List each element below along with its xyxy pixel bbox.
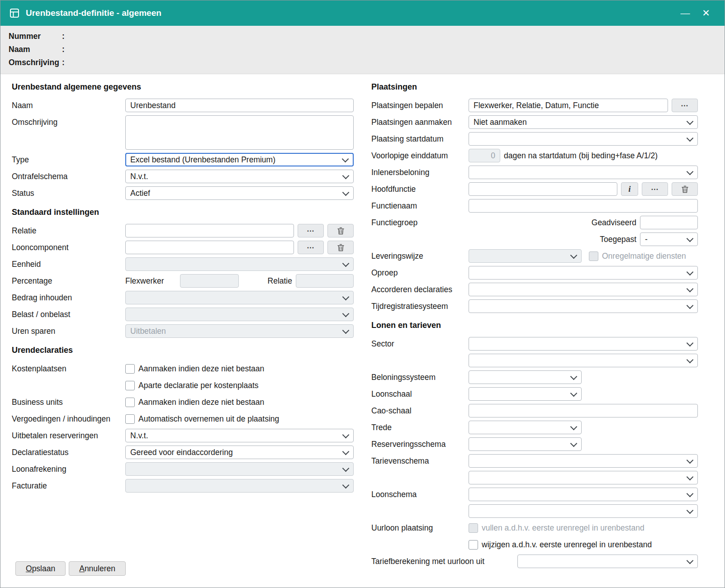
aparte-declaratie-checkbox[interactable]: [125, 381, 135, 390]
eenheid-field-label: Eenheid: [12, 260, 125, 269]
field-loonschaal: Loonschaal: [371, 387, 698, 401]
chevron-down-icon: [570, 251, 578, 259]
bedrag-inhouden-select[interactable]: [125, 291, 354, 304]
opslaan-button[interactable]: Opslaan: [15, 561, 66, 576]
uitbetalen-reserveringen-select[interactable]: N.v.t.: [125, 429, 354, 442]
header-row-omschrijving: Omschrijving :: [9, 56, 725, 69]
voorlopige-einddatum-suffix: dagen na startdatum (bij beding+fase A/1…: [504, 151, 658, 161]
toegepast-label: Toegepast: [600, 235, 636, 244]
toegepast-select[interactable]: -: [640, 232, 698, 246]
loonschaal-select[interactable]: [469, 387, 582, 401]
separator: :: [62, 45, 68, 54]
uren-sparen-select[interactable]: Uitbetalen: [125, 324, 354, 338]
tarievenschema-select-2[interactable]: [469, 471, 698, 484]
field-oproep: Oproep: [371, 266, 698, 280]
field-naam: Naam: [12, 99, 354, 112]
aanmaken-business-units-checkbox[interactable]: [125, 398, 135, 407]
plaatsingen-aanmaken-select[interactable]: Niet aanmaken: [469, 115, 698, 129]
loonafrekening-field-label: Loonafrekening: [12, 465, 125, 474]
field-bedrag-inhouden: Bedrag inhouden: [12, 291, 354, 304]
cao-schaal-field-label: Cao-schaal: [371, 406, 469, 416]
wijzigen-uurloon-checkbox[interactable]: [469, 540, 478, 550]
loonschema-field-label: Loonschema: [371, 490, 469, 499]
type-select-value: Excel bestand (Urenbestanden Premium): [130, 155, 275, 165]
relatie-browse-button[interactable]: ...: [298, 224, 324, 237]
field-loonschema: Loonschema: [371, 488, 698, 501]
geadviseerd-input[interactable]: [640, 216, 698, 229]
aanmaken-kostenplaatsen-checkbox[interactable]: [125, 364, 135, 374]
chevron-down-icon: [342, 260, 350, 267]
section-lonen-en-tarieven: Lonen en tarieven: [371, 321, 698, 330]
field-plaatsing-startdatum: Plaatsing startdatum: [371, 132, 698, 146]
inlenersbeloning-select[interactable]: [469, 166, 698, 179]
tijdregistratiesysteem-select[interactable]: [469, 299, 698, 313]
declaratiestatus-select[interactable]: Gereed voor eindaccordering: [125, 446, 354, 459]
loonschema-select-2[interactable]: [469, 504, 698, 518]
eenheid-select[interactable]: [125, 257, 354, 271]
voorlopige-einddatum-input[interactable]: [469, 149, 500, 162]
loonschaal-field-label: Loonschaal: [371, 389, 469, 399]
status-select[interactable]: Actief: [125, 186, 354, 200]
onregelmatige-diensten-checkbox[interactable]: [589, 251, 598, 261]
relatie-delete-button[interactable]: [327, 224, 354, 237]
looncomponent-input[interactable]: [125, 241, 294, 254]
loonschema-select[interactable]: [469, 488, 698, 501]
cao-schaal-input[interactable]: [469, 404, 698, 417]
percentage-flexwerker-input[interactable]: [180, 274, 239, 288]
window-title: Urenbestand-definitie - algemeen: [26, 8, 675, 18]
tariefberekening-select[interactable]: [517, 555, 698, 568]
hoofdfunctie-delete-button[interactable]: [672, 182, 698, 196]
functienaam-input[interactable]: [469, 199, 698, 213]
field-trede: Trede: [371, 421, 698, 434]
loonafrekening-select[interactable]: [125, 462, 354, 476]
geadviseerd-label: Geadviseerd: [592, 218, 636, 228]
automatisch-overnemen-checkbox[interactable]: [125, 414, 135, 424]
sector-select[interactable]: [469, 337, 698, 351]
plaatsing-startdatum-select[interactable]: [469, 132, 698, 146]
oproep-select[interactable]: [469, 266, 698, 280]
field-uren-sparen: Uren sparen Uitbetalen: [12, 324, 354, 338]
vullen-uurloon-checkbox[interactable]: [469, 523, 478, 533]
leveringswijze-select[interactable]: [469, 249, 582, 263]
hoofdfunctie-browse-button[interactable]: ...: [642, 182, 668, 196]
chevron-down-icon: [342, 293, 350, 300]
accorderen-declaraties-select[interactable]: [469, 283, 698, 296]
field-relatie: Relatie ...: [12, 224, 354, 237]
status-select-value: Actief: [130, 189, 150, 198]
looncomponent-delete-button[interactable]: [327, 241, 354, 254]
minimize-button[interactable]: —: [675, 5, 696, 21]
field-functiegroep-geadviseerd: Functiegroep Geadviseerd: [371, 216, 698, 229]
field-sector: Sector: [371, 337, 698, 351]
plaatsingen-bepalen-browse-button[interactable]: ...: [672, 99, 698, 112]
field-voorlopige-einddatum: Voorlopige einddatum dagen na startdatum…: [371, 149, 698, 162]
plaatsingen-aanmaken-select-value: Niet aanmaken: [474, 118, 527, 127]
naam-input[interactable]: [125, 99, 354, 112]
app-form-icon: [9, 7, 20, 19]
accorderen-declaraties-field-label: Accorderen declaraties: [371, 285, 469, 294]
close-button[interactable]: ✕: [696, 5, 716, 21]
beloningssysteem-field-label: Beloningssysteem: [371, 373, 469, 382]
looncomponent-browse-button[interactable]: ...: [298, 241, 324, 254]
hoofdfunctie-info-button[interactable]: i: [621, 182, 638, 196]
type-select[interactable]: Excel bestand (Urenbestanden Premium): [125, 153, 354, 166]
relatie-input[interactable]: [125, 224, 294, 237]
annuleren-button[interactable]: Annuleren: [69, 561, 126, 576]
facturatie-select[interactable]: [125, 479, 354, 493]
hoofdfunctie-input[interactable]: [469, 182, 617, 196]
ontrafelschema-select[interactable]: N.v.t.: [125, 170, 354, 183]
reserveringsschema-select[interactable]: [469, 437, 582, 451]
tarievenschema-select[interactable]: [469, 454, 698, 468]
omschrijving-textarea[interactable]: [125, 115, 354, 150]
beloningssysteem-select[interactable]: [469, 370, 582, 384]
plaatsingen-bepalen-input[interactable]: [469, 99, 668, 112]
percentage-relatie-input[interactable]: [296, 274, 354, 288]
naam-label: Naam: [9, 45, 62, 54]
sector-select-2[interactable]: [469, 354, 698, 367]
percentage-field-label: Percentage: [12, 276, 125, 286]
belast-onbelast-select[interactable]: [125, 308, 354, 321]
separator: :: [62, 58, 68, 67]
relatie-field-label: Relatie: [12, 226, 125, 236]
field-ontrafelschema: Ontrafelschema N.v.t.: [12, 170, 354, 183]
trede-select[interactable]: [469, 421, 582, 434]
chevron-down-icon: [570, 440, 578, 447]
